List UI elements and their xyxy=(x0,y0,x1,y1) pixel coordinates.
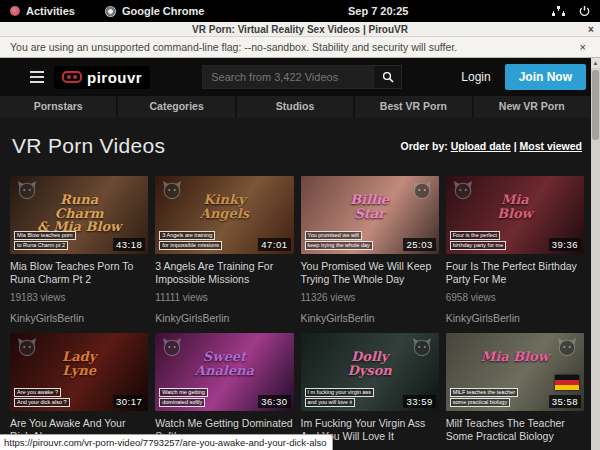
power-icon[interactable] xyxy=(579,6,590,17)
video-title[interactable]: 3 Angels Are Training For Impossible Mis… xyxy=(155,260,293,286)
system-top-bar: Activities Google Chrome Sep 7 20:25 xyxy=(0,0,600,22)
site-header: pirouvr Login Join Now xyxy=(0,58,600,96)
order-upload-date-link[interactable]: Upload date xyxy=(451,140,511,152)
german-flag xyxy=(555,375,579,390)
video-thumbnail[interactable]: BillieStarYou promised we willkeep tryin… xyxy=(301,176,439,254)
thumbnail-caption: Four is the perfectbirthday party for me xyxy=(450,231,506,250)
thumbnail-overlay-text: MiaBlow xyxy=(457,193,573,220)
main-nav: PornstarsCategoriesStudiosBest VR PornNe… xyxy=(0,96,600,118)
order-by: Order by: Upload date | Most viewed xyxy=(400,140,582,152)
page-title: VR Porn Videos xyxy=(12,134,165,158)
screen: Activities Google Chrome Sep 7 20:25 × V… xyxy=(0,0,600,450)
studio-link[interactable]: KinkyGirlsBerlin xyxy=(10,312,148,324)
video-grid: RunaCharm& Mia BlowMia Blow teaches porn… xyxy=(10,176,584,450)
thumbnail-overlay-text: SweetAnalena xyxy=(166,350,282,377)
thumbnail-caption: I m fucking your virgin assand you will … xyxy=(305,388,375,407)
scrollbar-thumb[interactable] xyxy=(592,70,599,140)
thumbnail-caption: Are you awake ?And your dick also ? xyxy=(14,388,70,407)
duration-badge: 30:17 xyxy=(113,395,145,408)
view-count: 11326 views xyxy=(301,292,439,303)
video-thumbnail[interactable]: RunaCharm& Mia BlowMia Blow teaches porn… xyxy=(10,176,148,254)
video-card[interactable]: Mia BlowMILF teaches the teachersome pra… xyxy=(446,333,584,450)
duration-badge: 43:18 xyxy=(113,238,145,251)
video-card[interactable]: KinkyAngels3 Angels are trainingfor impo… xyxy=(155,176,293,324)
studio-link[interactable]: KinkyGirlsBerlin xyxy=(155,312,293,324)
search-icon xyxy=(382,71,394,83)
thumbnail-caption: Watch me gettingdominated softly xyxy=(159,388,208,407)
duration-badge: 47:01 xyxy=(258,238,290,251)
duration-badge: 36:30 xyxy=(258,395,290,408)
video-title[interactable]: Milf Teaches The Teacher Some Practical … xyxy=(446,417,584,443)
duration-badge: 33:59 xyxy=(403,395,435,408)
video-card[interactable]: MiaBlowFour is the perfectbirthday party… xyxy=(446,176,584,324)
video-title[interactable]: Four Is The Perfect Birthday Party For M… xyxy=(446,260,584,286)
scroll-up-icon[interactable]: ▲ xyxy=(591,58,600,68)
join-now-button[interactable]: Join Now xyxy=(505,64,586,90)
nav-item-best-vr-porn[interactable]: Best VR Porn xyxy=(355,96,471,118)
vr-headset-icon xyxy=(62,71,82,83)
studio-link[interactable]: KinkyGirlsBerlin xyxy=(446,312,584,324)
video-card[interactable]: BillieStarYou promised we willkeep tryin… xyxy=(301,176,439,324)
activities-button[interactable]: Activities xyxy=(26,5,75,17)
order-most-viewed-link[interactable]: Most viewed xyxy=(520,140,582,152)
video-thumbnail[interactable]: MiaBlowFour is the perfectbirthday party… xyxy=(446,176,584,254)
video-card[interactable]: RunaCharm& Mia BlowMia Blow teaches porn… xyxy=(10,176,148,324)
video-card[interactable]: DollyDysonI m fucking your virgin assand… xyxy=(301,333,439,450)
app-indicator[interactable]: Google Chrome xyxy=(122,5,205,17)
thumbnail-overlay-text: BillieStar xyxy=(312,193,428,220)
duration-badge: 35:58 xyxy=(549,395,581,408)
order-by-label: Order by: xyxy=(400,140,447,152)
activities-dot-icon xyxy=(10,6,20,16)
video-thumbnail[interactable]: LadyLyneAre you awake ?And your dick als… xyxy=(10,333,148,411)
thumbnail-caption: You promised we willkeep trying the whol… xyxy=(305,231,373,250)
hamburger-menu-icon[interactable] xyxy=(30,71,44,83)
thumbnail-overlay-text: DollyDyson xyxy=(312,350,428,377)
view-count: 19183 views xyxy=(10,292,148,303)
video-thumbnail[interactable]: Mia BlowMILF teaches the teachersome pra… xyxy=(446,333,584,411)
tab-title: VR Porn: Virtual Reality Sex Videos | Pi… xyxy=(18,24,582,35)
network-icon[interactable] xyxy=(552,6,565,17)
status-url: https://pirouvr.com/vr-porn-video/779325… xyxy=(0,434,333,450)
thumbnail-caption: Mia Blow teaches pornto Runa Charm pt 2 xyxy=(14,231,76,250)
duration-badge: 39:36 xyxy=(549,238,581,251)
nav-item-new-vr-porn[interactable]: New VR Porn xyxy=(474,96,590,118)
video-title[interactable]: Mia Blow Teaches Porn To Runa Charm Pt 2 xyxy=(10,260,148,286)
close-icon[interactable]: × xyxy=(582,24,600,35)
search-input[interactable] xyxy=(202,65,374,89)
video-thumbnail[interactable]: SweetAnalenaWatch me gettingdominated so… xyxy=(155,333,293,411)
warning-infobar: You are using an unsupported command-lin… xyxy=(0,37,600,58)
video-title[interactable]: You Promised We Will Keep Trying The Who… xyxy=(301,260,439,286)
video-thumbnail[interactable]: KinkyAngels3 Angels are trainingfor impo… xyxy=(155,176,293,254)
nav-item-pornstars[interactable]: Pornstars xyxy=(0,96,116,118)
thumbnail-overlay-text: RunaCharm& Mia Blow xyxy=(21,193,137,234)
view-count: 6958 views xyxy=(446,292,584,303)
browser-titlebar: × VR Porn: Virtual Reality Sex Videos | … xyxy=(0,22,600,37)
video-card[interactable]: LadyLyneAre you awake ?And your dick als… xyxy=(10,333,148,450)
studio-link[interactable]: KinkyGirlsBerlin xyxy=(301,312,439,324)
thumbnail-caption: 3 Angels are trainingfor impossible miss… xyxy=(159,231,222,250)
thumbnail-overlay-text: Mia Blow xyxy=(457,350,573,364)
duration-badge: 25:03 xyxy=(403,238,435,251)
page-content: VR Porn Videos Order by: Upload date | M… xyxy=(0,118,600,450)
site-logo[interactable]: pirouvr xyxy=(54,66,150,89)
warning-message: You are using an unsupported command-lin… xyxy=(10,41,576,53)
order-separator: | xyxy=(514,140,517,152)
chrome-icon xyxy=(105,6,116,17)
video-card[interactable]: SweetAnalenaWatch me gettingdominated so… xyxy=(155,333,293,450)
nav-item-studios[interactable]: Studios xyxy=(237,96,353,118)
clock[interactable]: Sep 7 20:25 xyxy=(204,5,552,17)
infobar-close-icon[interactable]: × xyxy=(576,41,590,53)
video-thumbnail[interactable]: DollyDysonI m fucking your virgin assand… xyxy=(301,333,439,411)
nav-item-categories[interactable]: Categories xyxy=(118,96,234,118)
view-count: 11111 views xyxy=(155,292,293,303)
thumbnail-overlay-text: LadyLyne xyxy=(21,350,137,377)
login-link[interactable]: Login xyxy=(461,70,490,84)
thumbnail-caption: MILF teaches the teachersome practical b… xyxy=(450,388,518,407)
thumbnail-overlay-text: KinkyAngels xyxy=(166,193,282,220)
scrollbar[interactable]: ▲ xyxy=(591,58,600,450)
search-button[interactable] xyxy=(374,65,402,89)
logo-text: pirouvr xyxy=(87,69,142,86)
